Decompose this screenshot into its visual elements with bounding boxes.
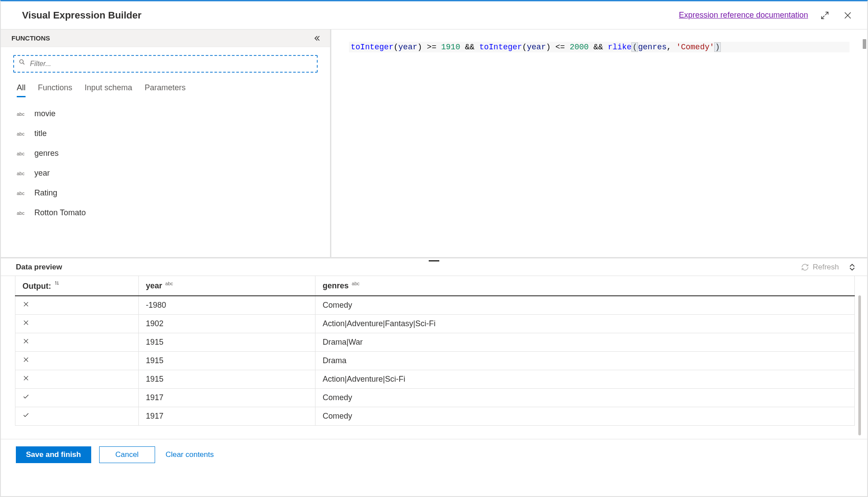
- expression-editor[interactable]: toInteger(year) >= 1910 && toInteger(yea…: [331, 29, 867, 257]
- doc-link[interactable]: Expression reference documentation: [679, 11, 808, 20]
- schema-item-label: movie: [34, 109, 56, 118]
- type-badge: abc: [17, 111, 26, 117]
- output-cell: [15, 352, 139, 370]
- genres-cell: Action|Adventure|Sci-Fi: [315, 370, 855, 389]
- year-cell: 1917: [139, 407, 315, 426]
- table-row[interactable]: 1915Action|Adventure|Sci-Fi: [15, 370, 855, 389]
- svg-point-0: [20, 60, 23, 63]
- type-badge: abc: [17, 151, 26, 156]
- output-cell: [15, 315, 139, 333]
- year-cell: 1915: [139, 370, 315, 389]
- genres-cell: Drama|War: [315, 333, 855, 352]
- filter-wrap: [1, 47, 330, 77]
- filter-input[interactable]: [13, 55, 318, 73]
- expand-icon[interactable]: [819, 9, 831, 22]
- search-icon: [19, 59, 26, 66]
- schema-item-label: title: [34, 129, 47, 138]
- tab-all[interactable]: All: [17, 83, 26, 97]
- functions-header-label: FUNCTIONS: [11, 34, 50, 42]
- refresh-button[interactable]: Refresh: [801, 263, 839, 272]
- table-row[interactable]: 1917Comedy: [15, 407, 855, 426]
- header-actions: Expression reference documentation: [679, 9, 854, 22]
- output-cell: [15, 389, 139, 407]
- type-badge: abc: [17, 171, 26, 176]
- data-preview-title: Data preview: [16, 263, 62, 272]
- year-cell: 1915: [139, 352, 315, 370]
- genres-cell: Comedy: [315, 389, 855, 407]
- table-row[interactable]: 1915Drama|War: [15, 333, 855, 352]
- schema-item[interactable]: abcyear: [1, 163, 330, 183]
- output-cell: [15, 370, 139, 389]
- data-preview: Data preview Refresh Output: year: [1, 258, 867, 439]
- schema-item-label: genres: [34, 149, 59, 158]
- cancel-button[interactable]: Cancel: [99, 446, 155, 463]
- col-year[interactable]: year abc: [139, 276, 315, 296]
- header-bar: Visual Expression Builder Expression ref…: [1, 1, 867, 29]
- year-cell: 1915: [139, 333, 315, 352]
- refresh-icon: [801, 263, 809, 271]
- functions-header: FUNCTIONS: [1, 29, 330, 47]
- genres-cell: Comedy: [315, 296, 855, 315]
- schema-item[interactable]: abctitle: [1, 124, 330, 144]
- schema-item-label: Rotton Tomato: [34, 208, 86, 217]
- type-badge: abc: [17, 210, 26, 216]
- output-cell: [15, 296, 139, 315]
- schema-list: abcmovieabctitleabcgenresabcyearabcRatin…: [1, 98, 330, 257]
- close-icon[interactable]: [842, 9, 854, 22]
- schema-item[interactable]: abcRotton Tomato: [1, 203, 330, 223]
- table-row[interactable]: 1917Comedy: [15, 389, 855, 407]
- preview-table: Output: year abc genres abc -1980Comedy1…: [15, 276, 855, 426]
- genres-cell: Action|Adventure|Fantasy|Sci-Fi: [315, 315, 855, 333]
- genres-cell: Drama: [315, 352, 855, 370]
- collapse-panel-icon[interactable]: [311, 32, 323, 44]
- type-badge: abc: [17, 191, 26, 196]
- output-cell: [15, 407, 139, 426]
- schema-item[interactable]: abcmovie: [1, 104, 330, 124]
- expression-text[interactable]: toInteger(year) >= 1910 && toInteger(yea…: [349, 42, 849, 52]
- year-cell: -1980: [139, 296, 315, 315]
- schema-item[interactable]: abcgenres: [1, 144, 330, 163]
- table-row[interactable]: -1980Comedy: [15, 296, 855, 315]
- year-cell: 1902: [139, 315, 315, 333]
- refresh-label: Refresh: [812, 263, 839, 272]
- col-genres[interactable]: genres abc: [315, 276, 855, 296]
- schema-item-label: year: [34, 169, 50, 178]
- genres-cell: Comedy: [315, 407, 855, 426]
- functions-tabs: All Functions Input schema Parameters: [1, 77, 330, 98]
- tab-functions[interactable]: Functions: [38, 83, 72, 97]
- main-split: FUNCTIONS All Functions Input schema Par…: [1, 29, 867, 258]
- col-output[interactable]: Output:: [15, 276, 139, 296]
- functions-panel: FUNCTIONS All Functions Input schema Par…: [1, 29, 331, 257]
- schema-item-label: Rating: [34, 188, 57, 198]
- schema-item[interactable]: abcRating: [1, 183, 330, 203]
- save-button[interactable]: Save and finish: [16, 446, 91, 463]
- table-row[interactable]: 1902Action|Adventure|Fantasy|Sci-Fi: [15, 315, 855, 333]
- type-badge: abc: [17, 131, 26, 136]
- sort-icon: [54, 281, 59, 287]
- preview-expand-icon[interactable]: [846, 261, 858, 273]
- footer-bar: Save and finish Cancel Clear contents: [1, 439, 867, 470]
- tab-parameters[interactable]: Parameters: [145, 83, 185, 97]
- page-title: Visual Expression Builder: [22, 10, 141, 21]
- tab-input-schema[interactable]: Input schema: [85, 83, 132, 97]
- table-row[interactable]: 1915Drama: [15, 352, 855, 370]
- year-cell: 1917: [139, 389, 315, 407]
- output-cell: [15, 333, 139, 352]
- clear-contents-button[interactable]: Clear contents: [166, 450, 214, 459]
